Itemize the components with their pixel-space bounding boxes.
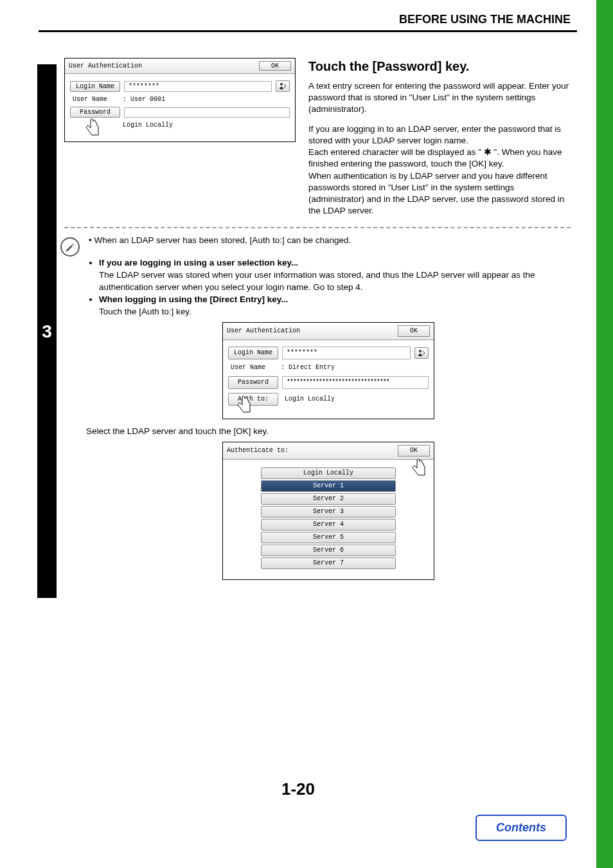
mid-text: Select the LDAP server and touch the [OK… bbox=[86, 426, 571, 438]
svg-point-0 bbox=[280, 83, 283, 86]
server-option[interactable]: Server 2 bbox=[261, 493, 396, 505]
server-option[interactable]: Server 5 bbox=[261, 532, 396, 543]
note-line1: When an LDAP server has been stored, [Au… bbox=[94, 235, 351, 245]
note-text1: The LDAP server was stored when your use… bbox=[99, 269, 571, 294]
instruction-p3: Each entered character will be displayed… bbox=[308, 147, 571, 170]
password-button-2[interactable]: Password bbox=[228, 376, 278, 389]
user-name-label: User Name bbox=[70, 96, 120, 103]
instruction-p4: When authentication is by LDAP server an… bbox=[308, 170, 571, 217]
section-header: BEFORE USING THE MACHINE bbox=[0, 13, 596, 26]
server-option[interactable]: Server 7 bbox=[261, 557, 396, 569]
instruction-title: Touch the [Password] key. bbox=[308, 58, 571, 75]
pencil-icon bbox=[64, 241, 76, 253]
panel1-title: User Authentication bbox=[69, 62, 142, 69]
svg-point-1 bbox=[419, 350, 422, 352]
note-icon bbox=[60, 237, 80, 257]
server-list: Login LocallyServer 1Server 2Server 3Ser… bbox=[223, 460, 434, 579]
auth-panel-2: User Authentication OK Login Name ******… bbox=[222, 322, 434, 419]
panel1-ok-button[interactable]: OK bbox=[259, 61, 291, 71]
panel3-title: Authenticate to: bbox=[227, 446, 289, 455]
server-option[interactable]: Server 3 bbox=[261, 506, 396, 518]
user-arrow-icon bbox=[417, 349, 426, 357]
content-area: User Authentication OK Login Name ******… bbox=[64, 32, 571, 586]
note-block: • When an LDAP server has been stored, [… bbox=[86, 235, 571, 586]
instruction-p2: If you are logging in to an LDAP server,… bbox=[308, 123, 571, 147]
password-field[interactable] bbox=[124, 107, 290, 118]
side-green-strip bbox=[596, 0, 613, 868]
auth-panel-3: Authenticate to: OK Login LocallyServer … bbox=[222, 442, 434, 580]
page-number: 1-20 bbox=[0, 779, 596, 799]
user-name-value: : User 0001 bbox=[120, 96, 165, 103]
server-option[interactable]: Server 6 bbox=[261, 545, 396, 556]
user-name-value-2: : Direct Entry bbox=[278, 363, 335, 372]
user-select-button[interactable] bbox=[276, 80, 290, 92]
login-name-button-2[interactable]: Login Name bbox=[228, 347, 278, 359]
user-select-button-2[interactable] bbox=[414, 347, 429, 359]
server-option[interactable]: Login Locally bbox=[261, 467, 396, 479]
step-number: 3 bbox=[37, 321, 57, 342]
login-name-button[interactable]: Login Name bbox=[70, 81, 120, 92]
user-name-label-2: User Name bbox=[228, 363, 278, 372]
login-name-field[interactable]: ******** bbox=[124, 81, 272, 92]
pointer-hand-2 bbox=[235, 395, 255, 421]
page: BEFORE USING THE MACHINE 3 User Authenti… bbox=[0, 0, 596, 868]
contents-button[interactable]: Contents bbox=[475, 815, 567, 841]
note-text2: Touch the [Auth to:] key. bbox=[99, 306, 571, 318]
auth-to-value-1: Login Locally bbox=[120, 122, 173, 129]
user-arrow-icon bbox=[278, 82, 287, 90]
password-field-2[interactable]: ******************************** bbox=[282, 376, 429, 389]
auth-panel-1: User Authentication OK Login Name ******… bbox=[64, 58, 296, 142]
login-name-field-2[interactable]: ******** bbox=[282, 347, 411, 359]
server-option[interactable]: Server 1 bbox=[261, 480, 396, 492]
pointer-hand-3 bbox=[409, 458, 430, 484]
dashed-separator bbox=[64, 227, 571, 228]
pointer-hand-1 bbox=[83, 118, 103, 143]
note-bold1: If you are logging in using a user selec… bbox=[99, 258, 298, 267]
instruction-p1: A text entry screen for entering the pas… bbox=[308, 80, 571, 116]
note-bold2: When logging in using the [Direct Entry]… bbox=[99, 294, 289, 304]
panel2-ok-button[interactable]: OK bbox=[398, 325, 430, 337]
server-option[interactable]: Server 4 bbox=[261, 519, 396, 530]
panel3-ok-button[interactable]: OK bbox=[398, 445, 430, 457]
panel2-title: User Authentication bbox=[227, 327, 300, 336]
password-button[interactable]: Password bbox=[70, 107, 120, 118]
auth-to-value-2: Login Locally bbox=[282, 395, 335, 404]
